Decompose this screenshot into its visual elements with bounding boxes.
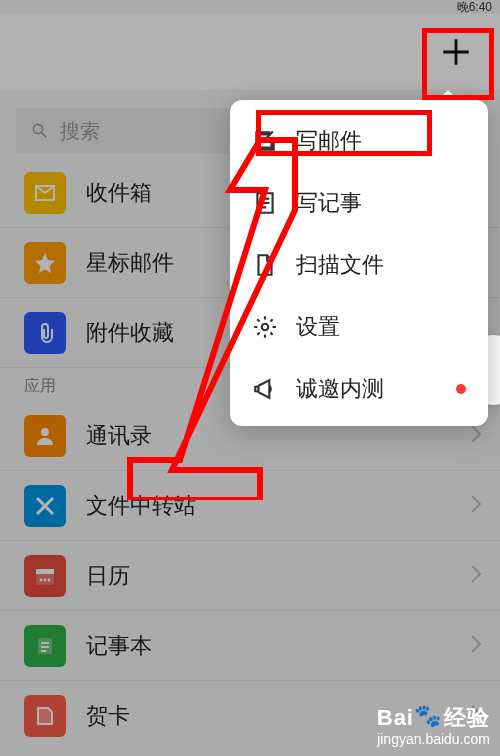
- annotation-highlight-compose: [256, 110, 432, 156]
- popup-item-beta[interactable]: 诚邀内测: [230, 358, 488, 420]
- note-icon: [252, 190, 278, 216]
- megaphone-icon: [252, 376, 278, 402]
- popup-item-label: 扫描文件: [296, 250, 466, 280]
- popup-item-settings[interactable]: 设置: [230, 296, 488, 358]
- notification-dot: [456, 384, 466, 394]
- watermark: Bai🐾经验 jingyan.baidu.com: [377, 705, 490, 748]
- popup-item-label: 设置: [296, 312, 466, 342]
- popup-item-note[interactable]: 写记事: [230, 172, 488, 234]
- gear-icon: [252, 314, 278, 340]
- watermark-url: jingyan.baidu.com: [377, 731, 490, 748]
- popup-item-scan[interactable]: 扫描文件: [230, 234, 488, 296]
- svg-point-6: [262, 324, 269, 331]
- annotation-highlight-plus: [422, 28, 494, 100]
- scan-icon: [252, 252, 278, 278]
- popup-item-label: 写记事: [296, 188, 466, 218]
- popup-item-label: 诚邀内测: [296, 374, 448, 404]
